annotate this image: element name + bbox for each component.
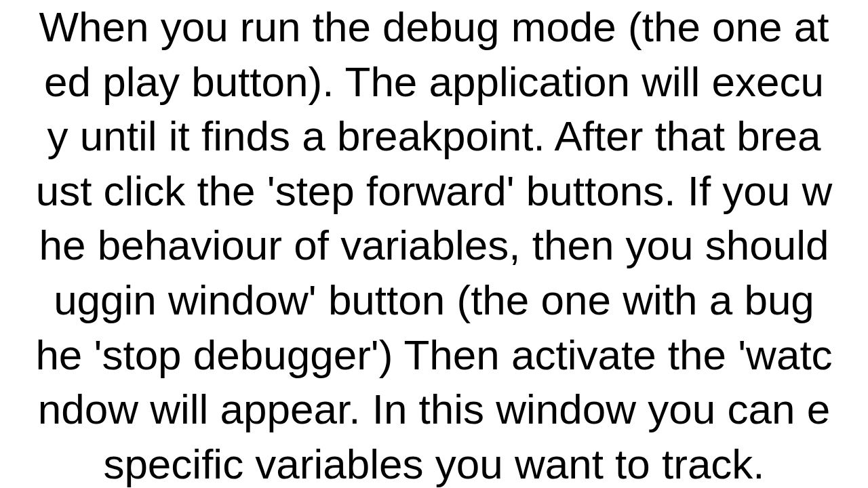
document-body-text: When you run the debug mode (the one at …	[0, 0, 868, 488]
